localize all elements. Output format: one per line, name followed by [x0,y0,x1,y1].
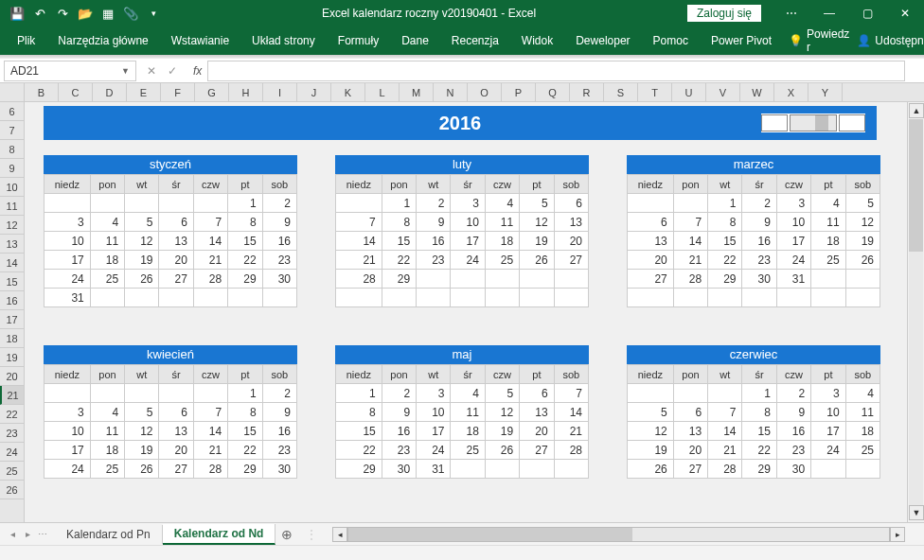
tab-help[interactable]: Pomoc [644,28,698,53]
day-cell[interactable]: 9 [262,403,296,422]
day-cell[interactable]: 26 [125,270,159,289]
tab-nav-first-icon[interactable]: ◂ [6,529,19,539]
day-cell[interactable]: 29 [228,270,262,289]
day-cell[interactable]: 4 [485,194,519,213]
day-cell[interactable]: 29 [228,460,262,479]
col-header[interactable]: S [604,83,638,101]
day-cell[interactable]: 21 [193,441,227,460]
day-cell[interactable]: 23 [742,251,776,270]
row-header[interactable]: 7 [0,121,24,140]
tab-data[interactable]: Dane [392,28,438,53]
day-cell[interactable]: 23 [262,251,296,270]
day-cell[interactable]: 20 [159,441,193,460]
col-header[interactable]: N [434,83,468,101]
day-cell[interactable]: 4 [451,384,485,403]
day-cell[interactable]: 29 [336,460,382,479]
day-cell[interactable]: 13 [159,422,193,441]
enter-icon[interactable]: ✓ [163,64,182,78]
formula-input[interactable] [207,61,905,81]
day-cell[interactable] [811,289,845,307]
day-cell[interactable]: 11 [845,403,880,422]
close-icon[interactable]: ✕ [886,0,924,26]
day-cell[interactable]: 18 [90,251,124,270]
day-cell[interactable]: 11 [485,213,519,232]
ribbon-options-icon[interactable]: ⋯ [773,0,810,26]
fx-icon[interactable]: fx [193,64,202,78]
day-cell[interactable]: 17 [811,422,845,441]
day-cell[interactable]: 4 [90,403,124,422]
day-cell[interactable]: 5 [520,194,554,213]
day-cell[interactable]: 16 [382,422,416,441]
day-cell[interactable]: 17 [776,232,810,251]
day-cell[interactable]: 21 [336,251,382,270]
day-cell[interactable]: 7 [554,384,588,403]
day-cell[interactable]: 6 [554,194,588,213]
day-cell[interactable]: 2 [262,384,296,403]
day-cell[interactable]: 9 [742,213,776,232]
day-cell[interactable]: 15 [228,422,262,441]
row-header[interactable]: 18 [0,329,24,348]
tab-formulas[interactable]: Formuły [329,28,388,53]
row-header[interactable]: 17 [0,310,24,329]
col-header[interactable]: Y [808,83,843,101]
col-header[interactable]: T [638,83,672,101]
day-cell[interactable]: 18 [845,422,880,441]
day-cell[interactable]: 25 [811,251,845,270]
day-cell[interactable]: 8 [382,213,416,232]
day-cell[interactable]: 5 [845,194,880,213]
day-cell[interactable]: 9 [417,213,451,232]
day-cell[interactable]: 18 [811,232,845,251]
day-cell[interactable]: 21 [554,422,588,441]
day-cell[interactable]: 12 [520,213,554,232]
row-header[interactable]: 20 [0,367,24,386]
day-cell[interactable]: 26 [520,251,554,270]
day-cell[interactable]: 13 [628,232,674,251]
day-cell[interactable] [628,194,674,213]
worksheet-canvas[interactable]: 2016 < > styczeńniedzponwtśrczwptsob1234… [25,102,924,528]
day-cell[interactable]: 14 [673,232,707,251]
day-cell[interactable]: 14 [336,232,382,251]
day-cell[interactable] [90,289,124,307]
day-cell[interactable]: 16 [262,232,296,251]
day-cell[interactable]: 31 [44,289,91,307]
col-header[interactable]: L [365,83,400,101]
day-cell[interactable]: 10 [44,422,91,441]
day-cell[interactable]: 27 [628,270,674,289]
day-cell[interactable]: 5 [125,213,159,232]
col-header[interactable]: U [672,83,706,101]
row-header[interactable]: 11 [0,197,24,216]
day-cell[interactable] [520,460,554,479]
day-cell[interactable] [776,289,810,307]
row-header[interactable]: 14 [0,254,24,272]
row-header[interactable]: 21 [0,386,24,405]
row-header[interactable]: 13 [0,235,24,254]
day-cell[interactable]: 13 [554,213,588,232]
col-header[interactable]: V [706,83,740,101]
day-cell[interactable]: 15 [708,232,742,251]
row-header[interactable]: 6 [0,102,24,121]
col-header[interactable]: J [297,83,331,101]
tab-review[interactable]: Recenzja [442,28,508,53]
col-header[interactable]: G [195,83,229,101]
row-header[interactable]: 8 [0,140,24,159]
year-scrollbar[interactable]: < > [761,114,865,132]
day-cell[interactable] [90,384,124,403]
day-cell[interactable]: 30 [382,460,416,479]
day-cell[interactable] [811,460,845,479]
day-cell[interactable]: 24 [811,441,845,460]
day-cell[interactable] [628,384,674,403]
day-cell[interactable]: 12 [125,232,159,251]
day-cell[interactable] [485,460,519,479]
day-cell[interactable]: 2 [776,384,810,403]
scroll-left-icon[interactable]: ◂ [332,527,347,542]
day-cell[interactable] [628,289,674,307]
minimize-icon[interactable]: — [810,0,848,26]
tab-view[interactable]: Widok [512,28,562,53]
col-header[interactable]: C [59,83,93,101]
day-cell[interactable] [159,194,193,213]
day-cell[interactable] [708,289,742,307]
day-cell[interactable]: 23 [382,441,416,460]
day-cell[interactable]: 8 [228,213,262,232]
day-cell[interactable]: 20 [628,251,674,270]
day-cell[interactable]: 29 [382,270,416,289]
